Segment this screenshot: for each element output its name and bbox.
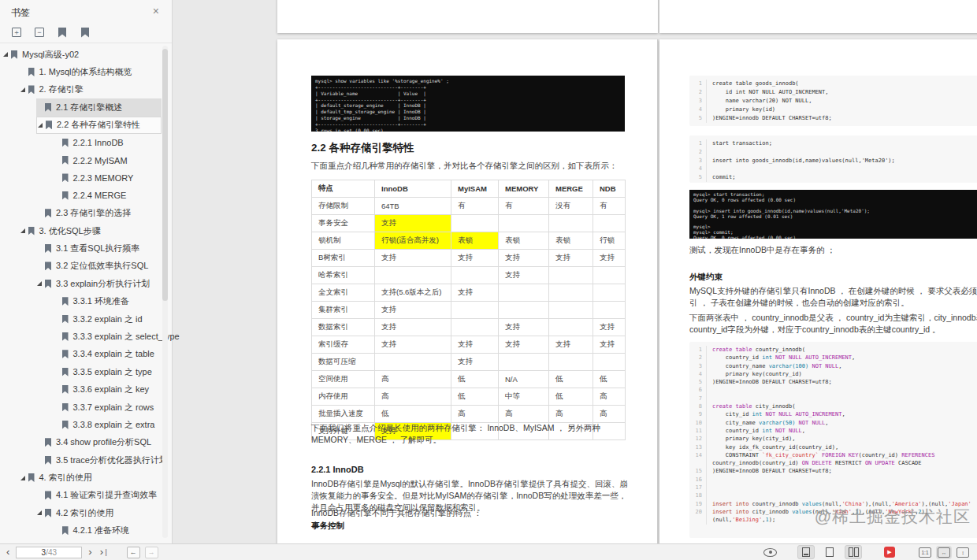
tree-indent (36, 103, 45, 111)
bookmark-item[interactable]: 3.2 定位低效率执行SQL (36, 258, 162, 275)
table-cell: 支持 (499, 250, 549, 267)
bookmark-item[interactable]: 2. 存储引擎 (20, 81, 162, 98)
bookmark-label: 4.1 验证索引提升查询效率 (56, 489, 157, 501)
expand-triangle-icon[interactable] (20, 474, 28, 482)
next-view-button[interactable]: → (145, 547, 158, 558)
bookmark-item[interactable]: 4.1 验证索引提升查询效率 (36, 487, 162, 504)
bookmark-label: 3.1 查看SQL执行频率 (56, 243, 139, 254)
previous-page-left (277, 0, 658, 33)
bookmark-item[interactable]: 4.2 索引的使用 (36, 504, 162, 521)
code-line: 7 (689, 395, 977, 402)
slideshow-button[interactable]: ▶ (884, 547, 895, 558)
expand-all-icon[interactable]: ＋ (10, 26, 23, 39)
bookmark-icon[interactable] (79, 26, 91, 39)
table-cell: 中等 (499, 388, 549, 406)
bookmark-item[interactable]: 2.2 各种存储引擎特性 (36, 117, 162, 134)
sidebar-scrollbar[interactable] (162, 46, 168, 538)
bookmark-item[interactable]: 2.2.4 MERGE (54, 187, 162, 204)
bookmark-item[interactable]: 4.2.1 准备环境 (54, 522, 162, 540)
code-line: 1start transaction; (689, 139, 977, 148)
code-line: 17 (689, 484, 977, 491)
fit-height-button[interactable]: ↕ (957, 547, 969, 558)
expand-triangle-icon[interactable] (37, 121, 46, 129)
page-number-input[interactable]: 3/43 (16, 547, 82, 558)
fit-width-button[interactable]: ↔ (938, 547, 950, 558)
bookmark-item[interactable]: Mysql高级-y02 (2, 46, 162, 63)
bookmark-item[interactable]: 1. Mysql的体系结构概览 (20, 63, 162, 80)
bookmark-item[interactable]: 3.1 查看SQL执行频率 (36, 239, 162, 257)
code-line: 4 primary key(id) (689, 106, 977, 114)
section-heading: 2.2 各种存储引擎特性 (311, 141, 414, 155)
single-page-view-button[interactable] (821, 545, 838, 559)
bookmark-item[interactable]: 2.2.1 InnoDB (54, 134, 162, 151)
total-pages: /43 (46, 548, 57, 557)
actual-size-button[interactable]: 1:1 (919, 547, 931, 558)
table-cell (593, 354, 626, 371)
expand-triangle-icon[interactable] (36, 509, 45, 517)
bookmark-icon (46, 121, 52, 129)
bookmark-item[interactable]: 2.3 存储引擎的选择 (36, 205, 162, 222)
bookmark-item[interactable]: 3.3.6 explain 之 key (54, 380, 162, 398)
bookmarks-title: 书签 (11, 6, 30, 20)
code-line: 2 (689, 148, 977, 157)
table-cell: 支持 (375, 302, 451, 319)
table-header-cell: InnoDB (375, 180, 451, 198)
bookmark-item[interactable]: 2.2.2 MyISAM (54, 151, 162, 169)
eye-icon[interactable] (763, 548, 777, 557)
expand-triangle-icon[interactable] (20, 86, 28, 94)
table-cell: 高 (375, 371, 451, 388)
collapse-all-icon[interactable]: − (33, 26, 46, 39)
scrollbar-thumb[interactable] (162, 49, 168, 301)
next-page-button[interactable]: › (87, 547, 93, 558)
tree-indent (54, 191, 62, 199)
close-icon[interactable]: × (153, 5, 159, 17)
table-cell: 高 (375, 388, 451, 406)
bookmark-item[interactable]: 2.2.3 MEMORY (54, 169, 162, 187)
expand-triangle-icon[interactable] (2, 50, 11, 58)
bookmark-item[interactable]: 3.3.8 explain 之 extra (54, 416, 162, 433)
table-cell: 行锁(适合高并发) (375, 232, 451, 250)
bookmark-item[interactable]: 3.3.1 环境准备 (54, 292, 162, 310)
bookmark-item[interactable]: 3.5 trace分析优化器执行计划 (36, 451, 162, 469)
bookmark-item[interactable]: 3.3.2 explain 之 id (54, 310, 162, 328)
two-page-view-button[interactable] (845, 545, 862, 559)
table-cell (451, 302, 499, 319)
bookmark-item[interactable]: 3.3.3 explain 之 select_type (54, 328, 162, 345)
table-cell (549, 354, 593, 371)
table-cell: 索引缓存 (312, 336, 375, 354)
table-cell: 支持 (375, 215, 451, 232)
last-page-button[interactable]: ›❘ (98, 547, 111, 558)
bookmark-item[interactable]: 3.3.4 explain 之 table (54, 346, 162, 363)
previous-view-button[interactable]: ← (127, 547, 140, 558)
expand-triangle-icon[interactable] (36, 280, 45, 287)
tree-indent (54, 157, 62, 165)
paragraph: InnoDB存储引擎不同于其他存储引擎的特点 ： (311, 507, 628, 519)
table-cell (549, 302, 593, 319)
bookmark-item[interactable]: 3.3.7 explain 之 rows (54, 399, 162, 416)
table-row: 索引缓存支持支持支持支持支持 (312, 336, 626, 354)
table-cell: 行锁 (593, 232, 626, 250)
expand-triangle-icon[interactable] (20, 227, 28, 235)
continuous-scroll-view-button[interactable] (797, 545, 815, 559)
bookmark-label: 2.2.3 MEMORY (73, 173, 134, 183)
bookmark-label: 3.3.8 explain 之 extra (73, 419, 155, 431)
bookmark-item[interactable]: 3.3.5 explain 之 type (54, 363, 162, 380)
bookmark-item[interactable]: 2.1 存储引擎概述 (36, 98, 162, 116)
code-block: 1create table goods_innodb(2 id int NOT … (689, 76, 977, 126)
bookmark-icon (45, 491, 51, 499)
table-cell: 存储限制 (312, 198, 375, 215)
table-cell: 支持 (593, 336, 626, 354)
bookmark-item[interactable]: 4. 索引的使用 (20, 469, 162, 486)
bookmark-item[interactable]: 3.4 show profile分析SQL (36, 434, 162, 451)
table-cell: 低 (549, 371, 593, 388)
bookmark-icon (45, 438, 51, 447)
table-cell (593, 284, 626, 302)
table-cell: 支持 (375, 336, 451, 354)
engine-compare-table: 特点InnoDBMyISAMMEMORYMERGENDB存储限制64TB有有没有… (311, 180, 625, 440)
prev-page-button[interactable]: ‹ (5, 547, 11, 558)
add-bookmark-icon[interactable]: ＋ (56, 26, 69, 39)
bookmark-item[interactable]: 3.3 explain分析执行计划 (36, 275, 162, 292)
table-cell (549, 284, 593, 302)
bookmark-item[interactable]: 3. 优化SQL步骤 (20, 222, 162, 239)
table-row: 哈希索引支持 (312, 267, 626, 284)
